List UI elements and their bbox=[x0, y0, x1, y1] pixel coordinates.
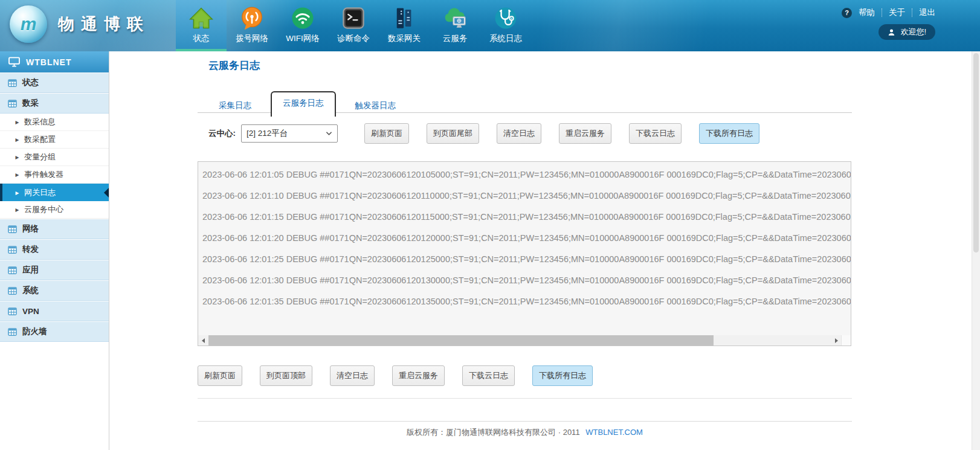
logout-link[interactable]: 退出 bbox=[919, 7, 935, 18]
tab-trigger-log[interactable]: 触发器日志 bbox=[345, 95, 407, 117]
sidebar-item-label: 系统 bbox=[22, 285, 39, 296]
horizontal-scrollbar bbox=[198, 335, 851, 346]
log-line: 2023-06-06 12:01:05 DEBUG ##0171QN=20230… bbox=[202, 164, 851, 185]
tabs: 采集日志 云服务日志 触发器日志 bbox=[208, 91, 406, 117]
top-nav: 状态 拨号网络 WIFI网络 诊断命令 bbox=[176, 0, 531, 51]
nav-label: WIFI网络 bbox=[286, 33, 320, 44]
sidebar-item-network[interactable]: 网络 bbox=[0, 219, 109, 239]
sidebar-item-label: 数采 bbox=[22, 98, 39, 109]
download-cloud-log-button[interactable]: 下载云日志 bbox=[629, 123, 682, 144]
welcome-text: 欢迎您! bbox=[900, 27, 926, 37]
brand-logo-glyph: m bbox=[21, 14, 37, 34]
sidebar-item-label: 防火墙 bbox=[22, 326, 47, 337]
about-link[interactable]: 关于 bbox=[889, 7, 905, 18]
table-icon bbox=[8, 245, 17, 254]
arrow-right-icon: ▶ bbox=[16, 207, 19, 213]
nav-label: 云服务 bbox=[443, 33, 468, 44]
table-icon bbox=[8, 327, 17, 336]
separator bbox=[912, 8, 912, 17]
arrow-right-icon: ▶ bbox=[16, 172, 19, 178]
scroll-right-arrow[interactable] bbox=[831, 335, 841, 346]
cloud-center-selected-value: [2] 212平台 bbox=[247, 128, 288, 139]
refresh-page-button[interactable]: 刷新页面 bbox=[198, 365, 242, 386]
refresh-page-button[interactable]: 刷新页面 bbox=[364, 123, 409, 144]
download-cloud-log-button[interactable]: 下载云日志 bbox=[462, 365, 515, 386]
sidebar-item-label: 网络 bbox=[22, 223, 39, 234]
arrow-right-icon: ▶ bbox=[16, 137, 19, 143]
sidebar-item-gateway-log[interactable]: ▶ 网关日志 bbox=[0, 184, 109, 201]
help-icon: ? bbox=[842, 8, 852, 18]
wifi-icon bbox=[289, 4, 316, 32]
monitor-icon bbox=[8, 57, 20, 67]
download-all-logs-button[interactable]: 下载所有日志 bbox=[532, 365, 593, 386]
download-all-logs-button[interactable]: 下载所有日志 bbox=[699, 123, 759, 144]
tab-collect-log[interactable]: 采集日志 bbox=[208, 95, 262, 117]
sidebar-device-header: WTBLNET bbox=[0, 51, 109, 72]
sidebar-item-daq-config[interactable]: ▶ 数采配置 bbox=[0, 131, 109, 149]
log-line: 2023-06-06 12:01:15 DEBUG ##0171QN=20230… bbox=[202, 207, 851, 228]
table-icon bbox=[8, 99, 17, 108]
footer: 版权所有：厦门物通博联网络科技有限公司 · 2011 WTBLNET.COM bbox=[198, 427, 852, 438]
nav-item-system-log[interactable]: 系统日志 bbox=[480, 0, 531, 49]
footer-divider bbox=[198, 421, 852, 422]
restart-cloud-service-button[interactable]: 重启云服务 bbox=[559, 123, 611, 144]
table-icon bbox=[8, 286, 17, 295]
arrow-right-icon: ▶ bbox=[16, 190, 19, 195]
brand: m 物通博联 bbox=[10, 5, 150, 43]
sidebar-item-vpn[interactable]: VPN bbox=[0, 301, 109, 321]
sidebar-item-label: 数采配置 bbox=[24, 134, 56, 145]
user-icon bbox=[888, 28, 895, 36]
clear-log-button[interactable]: 清空日志 bbox=[497, 123, 541, 144]
restart-cloud-service-button[interactable]: 重启云服务 bbox=[392, 365, 445, 386]
to-page-bottom-button[interactable]: 到页面尾部 bbox=[427, 123, 479, 144]
cloud-center-select[interactable]: [2] 212平台 bbox=[241, 124, 338, 143]
help-link[interactable]: 帮助 bbox=[859, 7, 875, 18]
sidebar-item-daq-info[interactable]: ▶ 数采信息 bbox=[0, 114, 109, 131]
log-lines: 2023-06-06 12:01:05 DEBUG ##0171QN=20230… bbox=[198, 162, 851, 335]
sidebar-item-daq[interactable]: 数采 bbox=[0, 93, 109, 114]
scrollbar-thumb[interactable] bbox=[208, 335, 714, 346]
scrollbar-track[interactable] bbox=[208, 335, 831, 346]
gateway-icon bbox=[391, 4, 417, 32]
sidebar-item-forward[interactable]: 转发 bbox=[0, 239, 109, 260]
nav-item-status[interactable]: 状态 bbox=[176, 0, 227, 49]
to-page-top-button[interactable]: 到页面顶部 bbox=[260, 365, 312, 386]
tab-cloud-service-log[interactable]: 云服务日志 bbox=[271, 91, 336, 117]
sidebar-item-status[interactable]: 状态 bbox=[0, 72, 109, 93]
sidebar-item-label: 变量分组 bbox=[24, 152, 56, 162]
nav-item-cloud-service[interactable]: 云服务 bbox=[430, 0, 480, 49]
bottom-controls-row: 刷新页面 到页面顶部 清空日志 重启云服务 下载云日志 下载所有日志 bbox=[198, 365, 610, 386]
log-line: 2023-06-06 12:01:20 DEBUG ##0171QN=20230… bbox=[202, 228, 851, 249]
sidebar-item-system[interactable]: 系统 bbox=[0, 280, 109, 301]
page-scrollbar-thumb[interactable] bbox=[973, 53, 979, 252]
sidebar-item-cloud-center[interactable]: ▶ 云服务中心 bbox=[0, 201, 109, 219]
nav-label: 状态 bbox=[193, 33, 210, 44]
brand-name: 物通博联 bbox=[58, 13, 150, 35]
top-links: ? 帮助 关于 退出 bbox=[842, 7, 935, 18]
log-output-area[interactable]: 2023-06-06 12:01:05 DEBUG ##0171QN=20230… bbox=[198, 161, 851, 346]
sidebar-item-label: 云服务中心 bbox=[24, 204, 63, 215]
dial-network-icon bbox=[239, 4, 265, 32]
wtblnet-link[interactable]: WTBLNET.COM bbox=[585, 428, 643, 437]
sidebar-item-application[interactable]: 应用 bbox=[0, 260, 109, 280]
screen: m 物通博联 状态 拨号网络 WIFI网络 bbox=[0, 0, 980, 450]
log-line: 2023-06-06 12:01:35 DEBUG ##0171QN=20230… bbox=[202, 291, 851, 312]
nav-item-wifi-network[interactable]: WIFI网络 bbox=[277, 0, 328, 49]
nav-label: 数采网关 bbox=[388, 33, 421, 44]
terminal-icon bbox=[340, 4, 367, 32]
content-divider bbox=[198, 398, 852, 399]
scroll-left-arrow[interactable] bbox=[198, 335, 208, 346]
scrollbar-corner bbox=[841, 335, 851, 346]
arrow-right-icon: ▶ bbox=[16, 155, 19, 160]
nav-item-diagnostic-command[interactable]: 诊断命令 bbox=[328, 0, 379, 49]
clear-log-button[interactable]: 清空日志 bbox=[330, 365, 375, 386]
arrow-right-icon: ▶ bbox=[16, 120, 19, 125]
sidebar-item-variable-group[interactable]: ▶ 变量分组 bbox=[0, 149, 109, 166]
nav-item-dial-network[interactable]: 拨号网络 bbox=[227, 0, 277, 49]
nav-item-daq-gateway[interactable]: 数采网关 bbox=[379, 0, 430, 49]
sidebar-item-event-trigger[interactable]: ▶ 事件触发器 bbox=[0, 166, 109, 184]
sidebar-item-firewall[interactable]: 防火墙 bbox=[0, 321, 109, 342]
device-name: WTBLNET bbox=[26, 57, 71, 67]
app-header: m 物通博联 状态 拨号网络 WIFI网络 bbox=[0, 0, 980, 51]
log-line: 2023-06-06 12:01:10 DEBUG ##0171QN=20230… bbox=[202, 185, 851, 207]
